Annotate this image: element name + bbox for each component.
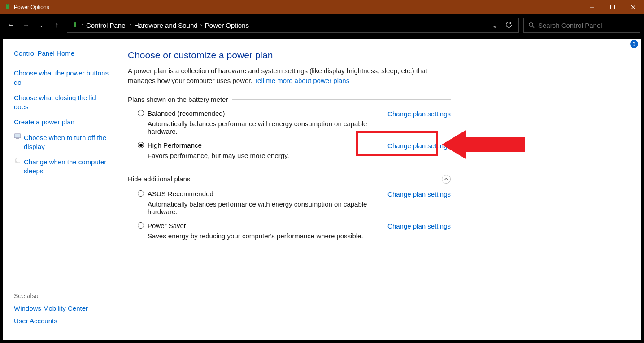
navbar: ← → ⌄ ↑ › Control Panel › Hardware and S… (0, 14, 644, 36)
see-also-user-accounts[interactable]: User Accounts (14, 315, 110, 327)
chevron-right-icon: › (130, 22, 131, 28)
see-also-section: See also Windows Mobility Center User Ac… (14, 290, 110, 332)
section-additional-plans: Hide additional plans (128, 175, 451, 184)
sidebar-link-power-buttons[interactable]: Choose what the power buttons do (14, 67, 110, 89)
svg-rect-3 (611, 5, 615, 9)
address-bar[interactable]: › Control Panel › Hardware and Sound › P… (67, 18, 519, 33)
intro-text: A power plan is a collection of hardware… (128, 66, 433, 86)
divider (232, 99, 451, 100)
app-icon (4, 4, 11, 11)
svg-rect-0 (6, 4, 9, 9)
section-label: Plans shown on the battery meter (128, 96, 228, 103)
refresh-button[interactable] (503, 19, 515, 31)
sidebar-link-create-plan[interactable]: Create a power plan (14, 116, 110, 128)
search-box[interactable] (523, 18, 640, 33)
chevron-right-icon: › (82, 22, 83, 28)
minimize-button[interactable] (582, 0, 602, 14)
svg-point-13 (16, 158, 21, 163)
main-panel: Choose or customize a power plan A power… (114, 39, 641, 340)
divider (195, 179, 437, 179)
nav-up-button[interactable]: ↑ (50, 18, 63, 32)
change-plan-settings-high-performance[interactable]: Change plan settings (387, 141, 451, 150)
search-icon (528, 22, 535, 28)
search-input[interactable] (538, 22, 635, 29)
see-also-label: See also (14, 290, 110, 302)
intro-link[interactable]: Tell me more about power plans (254, 77, 350, 84)
change-plan-settings-asus[interactable]: Change plan settings (387, 190, 451, 198)
maximize-button[interactable] (602, 0, 623, 14)
nav-recent-button[interactable]: ⌄ (35, 18, 48, 32)
moon-icon (14, 157, 21, 164)
plan-high-performance: High Performance Favors performance, but… (128, 141, 451, 159)
breadcrumb-control-panel[interactable]: Control Panel (86, 22, 127, 29)
svg-rect-10 (14, 134, 21, 138)
section-label: Hide additional plans (128, 175, 190, 183)
sidebar: Control Panel Home Choose what the power… (3, 39, 114, 340)
content: ? Control Panel Home Choose what the pow… (3, 39, 641, 340)
sidebar-link-closing-lid[interactable]: Choose what closing the lid does (14, 92, 110, 114)
plan-desc: Automatically balances performance with … (148, 120, 387, 135)
nav-back-button[interactable]: ← (4, 18, 17, 32)
sidebar-home-link[interactable]: Control Panel Home (14, 47, 110, 60)
see-also-mobility-center[interactable]: Windows Mobility Center (14, 302, 110, 315)
annotation-arrow (442, 124, 527, 165)
svg-point-8 (529, 23, 533, 26)
close-button[interactable] (623, 0, 644, 14)
address-dropdown-button[interactable]: ⌄ (489, 19, 500, 31)
plan-power-saver: Power Saver Saves energy by reducing you… (128, 222, 451, 240)
plan-name[interactable]: High Performance (148, 141, 202, 149)
svg-marker-14 (442, 130, 525, 159)
section-shown-plans: Plans shown on the battery meter (128, 96, 451, 103)
change-plan-settings-balanced[interactable]: Change plan settings (387, 110, 451, 118)
svg-rect-7 (74, 22, 76, 23)
change-plan-settings-power-saver[interactable]: Change plan settings (387, 222, 451, 230)
svg-rect-11 (16, 138, 19, 139)
plan-name[interactable]: ASUS Recommended (148, 190, 213, 198)
svg-line-9 (532, 26, 534, 28)
collapse-toggle[interactable] (442, 175, 451, 184)
plan-desc: Saves energy by reducing your computer's… (148, 232, 387, 240)
radio-asus[interactable] (138, 190, 144, 197)
nav-forward-button[interactable]: → (19, 18, 33, 32)
breadcrumb-hardware-sound[interactable]: Hardware and Sound (134, 22, 198, 29)
titlebar: Power Options (0, 0, 644, 14)
sidebar-link-turn-off-display[interactable]: Choose when to turn off the display (24, 132, 110, 154)
sidebar-link-computer-sleeps[interactable]: Change when the computer sleeps (24, 156, 110, 178)
svg-rect-1 (7, 4, 9, 5)
plan-balanced: Balanced (recommended) Automatically bal… (128, 110, 451, 135)
breadcrumb-power-options[interactable]: Power Options (205, 22, 249, 29)
window-root: Power Options ← → ⌄ ↑ › Control Panel › … (0, 0, 644, 343)
plan-desc: Automatically balances performance with … (148, 200, 387, 215)
window-title: Power Options (14, 4, 49, 10)
content-wrap: ? Control Panel Home Choose what the pow… (0, 36, 644, 343)
breadcrumb-icon (71, 21, 79, 29)
radio-balanced[interactable] (138, 110, 144, 116)
plan-asus-recommended: ASUS Recommended Automatically balances … (128, 190, 451, 215)
radio-power-saver[interactable] (138, 222, 144, 229)
radio-high-performance[interactable] (138, 142, 144, 148)
chevron-up-icon (444, 177, 448, 181)
plan-name[interactable]: Power Saver (148, 222, 186, 229)
page-heading: Choose or customize a power plan (128, 50, 632, 61)
monitor-icon (14, 133, 21, 140)
plan-desc: Favors performance, but may use more ene… (148, 152, 387, 159)
svg-rect-6 (74, 22, 76, 27)
plan-name[interactable]: Balanced (recommended) (148, 110, 225, 117)
chevron-right-icon: › (200, 22, 202, 28)
